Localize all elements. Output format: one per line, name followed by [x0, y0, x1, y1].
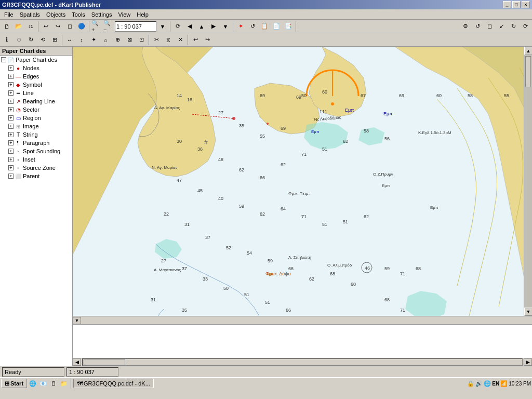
zoom-display[interactable]: 1 : 90 037 [115, 21, 156, 32]
taskbar-app-item[interactable]: 🗺 GR3CFQQQ.pc.dcf - dK... [73, 379, 154, 388]
sidebar-item-parent[interactable]: + ⬜ Parent [0, 172, 72, 180]
tb-btn-3[interactable]: ↕1 [25, 21, 36, 32]
taskbar-icon-3[interactable]: 🗒 [49, 379, 58, 388]
tb-btn-edit1[interactable]: 📋 [259, 21, 270, 32]
new-button[interactable]: 🗋 [1, 21, 12, 32]
tb-btn-far6[interactable]: ⟳ [520, 21, 531, 32]
vertical-scrollbar[interactable]: ▲ ▼ [524, 47, 532, 316]
string-expand-icon[interactable]: + [8, 132, 14, 137]
zoom-in-button[interactable]: 🔍+ [91, 21, 102, 32]
edges-expand-icon[interactable]: + [8, 74, 14, 79]
scroll-thumb[interactable] [525, 56, 531, 87]
scroll-down-button[interactable]: ▼ [524, 308, 532, 316]
tb2-btn11[interactable]: ⊠ [124, 34, 135, 46]
nav-left[interactable]: ◀ [184, 21, 195, 32]
nav-up[interactable]: ▲ [196, 21, 207, 32]
sidebar-item-line[interactable]: + ━ Line [0, 89, 72, 97]
tb2-btn13[interactable]: ✂ [151, 34, 162, 46]
tb-btn-far3[interactable]: ◻ [484, 21, 495, 32]
undo-button[interactable]: ↩ [40, 21, 51, 32]
sidebar-item-source-zone[interactable]: + ▫ Source Zone [0, 164, 72, 172]
map-area[interactable]: 16 27 35 55 69 69 60 30 36 48 62 66 62 7… [73, 47, 524, 316]
tb2-btn7[interactable]: ↕ [76, 34, 87, 46]
image-expand-icon[interactable]: + [8, 124, 14, 129]
symbol-expand-icon[interactable]: + [8, 82, 14, 87]
sidebar-item-sector[interactable]: + ◔ Sector [0, 105, 72, 114]
sidebar-item-root[interactable]: − 📄 Paper Chart des [0, 56, 72, 64]
taskbar-icon-2[interactable]: 📧 [38, 379, 48, 388]
region-expand-icon[interactable]: + [8, 115, 14, 121]
tb-btn-far5[interactable]: ↻ [508, 21, 519, 32]
nav-right[interactable]: ▶ [208, 21, 219, 32]
sidebar-item-paragraph[interactable]: + ¶ Paragraph [0, 139, 72, 147]
panel-collapse-button[interactable]: ▼ [73, 317, 81, 324]
nav-down[interactable]: ▼ [220, 21, 231, 32]
tb2-btn12[interactable]: ⊡ [136, 34, 147, 46]
spot-expand-icon[interactable]: + [8, 149, 14, 154]
sidebar-item-nodes[interactable]: + ● Nodes [0, 64, 72, 72]
tb-btn-far4[interactable]: ↙ [496, 21, 507, 32]
scroll-track[interactable] [524, 55, 532, 308]
bearing-expand-icon[interactable]: + [8, 99, 14, 104]
menu-help[interactable]: Help [134, 10, 152, 19]
source-expand-icon[interactable]: + [8, 165, 14, 170]
tb2-btn6[interactable]: ↔ [64, 34, 75, 46]
taskbar-icon-1[interactable]: 🌐 [28, 379, 37, 388]
menu-spatials[interactable]: Spatials [17, 10, 43, 19]
horizontal-scroll-track[interactable] [82, 358, 523, 366]
tb2-btn15[interactable]: ✕ [175, 34, 186, 46]
sidebar-item-string[interactable]: + T String [0, 130, 72, 139]
menu-settings[interactable]: Settings [88, 10, 115, 19]
tb2-redo[interactable]: ↪ [202, 34, 213, 46]
menu-tools[interactable]: Tools [69, 10, 88, 19]
line-expand-icon[interactable]: + [8, 90, 14, 96]
tb2-btn4[interactable]: ⟲ [37, 34, 48, 46]
tb2-btn3[interactable]: ↻ [25, 34, 36, 46]
inset-expand-icon[interactable]: + [8, 157, 14, 162]
sidebar-item-edges[interactable]: + — Edges [0, 72, 72, 81]
tb-btn-far1[interactable]: ⚙ [460, 21, 471, 32]
tb-btn-curve[interactable]: ↺ [247, 21, 258, 32]
minimize-button[interactable]: _ [503, 1, 511, 8]
h-scroll-thumb[interactable] [84, 359, 125, 365]
tb2-btn8[interactable]: ✦ [88, 34, 99, 46]
paragraph-expand-icon[interactable]: + [8, 140, 14, 145]
menu-view[interactable]: View [115, 10, 134, 19]
close-button[interactable]: × [522, 1, 530, 8]
tb-btn-edit3[interactable]: 📑 [283, 21, 294, 32]
tb2-undo[interactable]: ↩ [190, 34, 201, 46]
zoom-out-button[interactable]: 🔍− [103, 21, 114, 32]
window-controls[interactable]: _ □ × [503, 1, 530, 8]
tb2-btn5[interactable]: ⊞ [49, 34, 60, 46]
zoom-dropdown[interactable]: ▼ [157, 21, 168, 32]
tb-btn-red[interactable]: ✦ [235, 21, 246, 32]
sidebar-item-inset[interactable]: + ▪ Inset [0, 155, 72, 164]
scroll-right-button[interactable]: ▶ [524, 358, 532, 366]
parent-expand-icon[interactable]: + [8, 174, 14, 179]
tb2-btn2[interactable]: ⊙ [13, 34, 24, 46]
taskbar-icon-4[interactable]: 📁 [59, 379, 69, 388]
sector-expand-icon[interactable]: + [8, 107, 14, 112]
refresh-button[interactable]: ⟳ [172, 21, 183, 32]
open-button[interactable]: 📂 [13, 21, 24, 32]
redo-button[interactable]: ↪ [52, 21, 63, 32]
tb-btn-6[interactable]: ◻ [64, 21, 75, 32]
tb2-btn9[interactable]: ⌂ [100, 34, 111, 46]
sidebar-item-region[interactable]: + ▭ Region [0, 114, 72, 122]
nodes-expand-icon[interactable]: + [8, 65, 14, 71]
tb2-btn14[interactable]: ⧖ [163, 34, 174, 46]
scroll-up-button[interactable]: ▲ [524, 47, 532, 55]
root-expand-icon[interactable]: − [1, 57, 6, 62]
sidebar-item-symbol[interactable]: + ◆ Symbol [0, 81, 72, 89]
menu-objects[interactable]: Objects [43, 10, 69, 19]
tb2-btn1[interactable]: ℹ [1, 34, 12, 46]
bottom-output[interactable] [73, 325, 532, 358]
scroll-left-button[interactable]: ◀ [73, 358, 81, 366]
sidebar-item-bearing[interactable]: + ↗ Bearing Line [0, 97, 72, 105]
sidebar-item-spot-sounding[interactable]: + · Spot Sounding [0, 147, 72, 155]
menu-file[interactable]: File [1, 10, 17, 19]
tb-btn-7[interactable]: 🔵 [76, 21, 87, 32]
tb2-btn10[interactable]: ⊕ [112, 34, 123, 46]
tb-btn-far2[interactable]: ↺ [472, 21, 483, 32]
maximize-button[interactable]: □ [512, 1, 521, 8]
